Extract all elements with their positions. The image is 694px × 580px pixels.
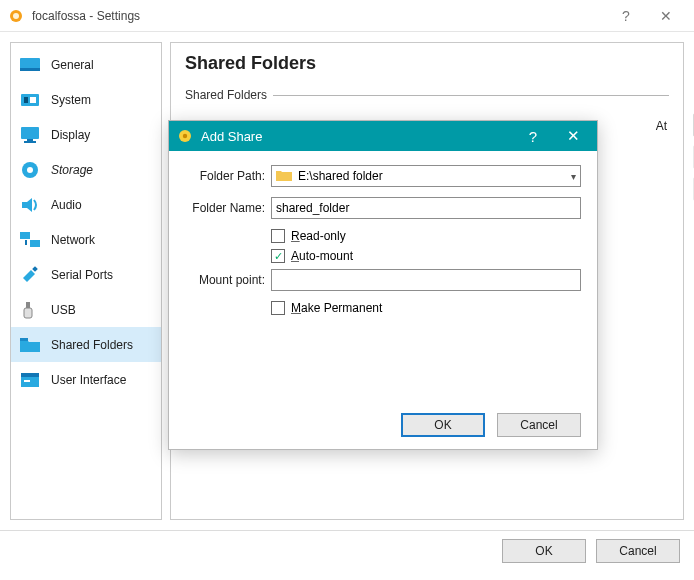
dialog-help-button[interactable]: ?: [513, 128, 553, 145]
group-divider: [273, 95, 669, 96]
make-permanent-checkbox[interactable]: [271, 301, 285, 315]
svg-rect-15: [25, 240, 27, 245]
svg-rect-8: [27, 139, 33, 141]
window-footer: OK Cancel: [0, 530, 694, 570]
dialog-cancel-button[interactable]: Cancel: [497, 413, 581, 437]
sidebar-item-serial-ports[interactable]: Serial Ports: [11, 257, 161, 292]
svg-marker-12: [22, 198, 32, 212]
network-icon: [19, 230, 41, 250]
svg-rect-7: [21, 127, 39, 139]
svg-rect-21: [21, 373, 39, 377]
storage-icon: [19, 160, 41, 180]
cancel-button[interactable]: Cancel: [596, 539, 680, 563]
read-only-checkbox[interactable]: [271, 229, 285, 243]
svg-point-11: [27, 167, 33, 173]
sidebar-item-network[interactable]: Network: [11, 222, 161, 257]
dialog-titlebar: Add Share ? ✕: [169, 121, 597, 151]
sidebar-item-label: USB: [51, 303, 76, 317]
window-title: focalfossa - Settings: [32, 9, 606, 23]
group-label: Shared Folders: [185, 88, 267, 102]
folder-name-label: Folder Name:: [185, 201, 265, 215]
svg-rect-6: [30, 97, 36, 103]
svg-rect-22: [24, 380, 30, 382]
sidebar-item-label: General: [51, 58, 94, 72]
sidebar-item-system[interactable]: System: [11, 82, 161, 117]
folder-path-value: E:\shared folder: [298, 169, 383, 183]
read-only-label: Read-only: [291, 229, 346, 243]
sidebar-item-label: Network: [51, 233, 95, 247]
svg-rect-3: [20, 68, 40, 71]
system-icon: [19, 90, 41, 110]
sidebar-item-user-interface[interactable]: User Interface: [11, 362, 161, 397]
audio-icon: [19, 195, 41, 215]
sidebar-item-shared-folders[interactable]: Shared Folders: [11, 327, 161, 362]
sidebar-item-storage[interactable]: Storage: [11, 152, 161, 187]
app-icon: [8, 8, 24, 24]
svg-rect-13: [20, 232, 30, 239]
svg-rect-14: [30, 240, 40, 247]
sidebar-item-general[interactable]: General: [11, 47, 161, 82]
add-share-dialog: Add Share ? ✕ Folder Path: E:\shared fol…: [168, 120, 598, 450]
window-help-button[interactable]: ?: [606, 8, 646, 24]
folder-icon: [276, 169, 292, 184]
sidebar-item-label: Audio: [51, 198, 82, 212]
window-titlebar: focalfossa - Settings ? ✕: [0, 0, 694, 32]
sidebar-item-label: Storage: [51, 163, 93, 177]
sidebar-item-label: Display: [51, 128, 90, 142]
gear-icon: [177, 128, 193, 144]
folder-path-label: Folder Path:: [185, 169, 265, 183]
settings-sidebar: General System Display Storage Audio Net…: [10, 42, 162, 520]
usb-icon: [19, 300, 41, 320]
folder-name-value: shared_folder: [276, 201, 349, 215]
page-title: Shared Folders: [185, 53, 669, 74]
svg-rect-18: [24, 308, 32, 318]
sidebar-item-label: User Interface: [51, 373, 126, 387]
svg-point-25: [183, 134, 187, 138]
sidebar-item-usb[interactable]: USB: [11, 292, 161, 327]
mount-point-input[interactable]: [271, 269, 581, 291]
mount-point-label: Mount point:: [185, 273, 265, 287]
dialog-title: Add Share: [201, 129, 513, 144]
svg-rect-5: [24, 97, 28, 103]
svg-rect-16: [32, 266, 38, 272]
auto-mount-label: Auto-mount: [291, 249, 353, 263]
auto-mount-checkbox[interactable]: ✓: [271, 249, 285, 263]
display-icon: [19, 125, 41, 145]
folder-name-input[interactable]: shared_folder: [271, 197, 581, 219]
sidebar-item-label: Serial Ports: [51, 268, 113, 282]
shared-folder-icon: [19, 335, 41, 355]
sidebar-item-label: Shared Folders: [51, 338, 133, 352]
dialog-ok-button[interactable]: OK: [401, 413, 485, 437]
sidebar-item-display[interactable]: Display: [11, 117, 161, 152]
svg-rect-9: [24, 141, 36, 143]
ok-button[interactable]: OK: [502, 539, 586, 563]
folder-path-combo[interactable]: E:\shared folder ▾: [271, 165, 581, 187]
sidebar-item-audio[interactable]: Audio: [11, 187, 161, 222]
svg-rect-19: [20, 338, 28, 341]
window-close-button[interactable]: ✕: [646, 8, 686, 24]
make-permanent-label: Make Permanent: [291, 301, 382, 315]
ui-icon: [19, 370, 41, 390]
column-header-attr: At: [656, 119, 667, 133]
chevron-down-icon: ▾: [571, 171, 576, 182]
sidebar-item-label: System: [51, 93, 91, 107]
serial-icon: [19, 265, 41, 285]
svg-rect-17: [26, 302, 30, 308]
svg-point-1: [13, 13, 19, 19]
general-icon: [19, 55, 41, 75]
dialog-close-button[interactable]: ✕: [553, 127, 593, 145]
